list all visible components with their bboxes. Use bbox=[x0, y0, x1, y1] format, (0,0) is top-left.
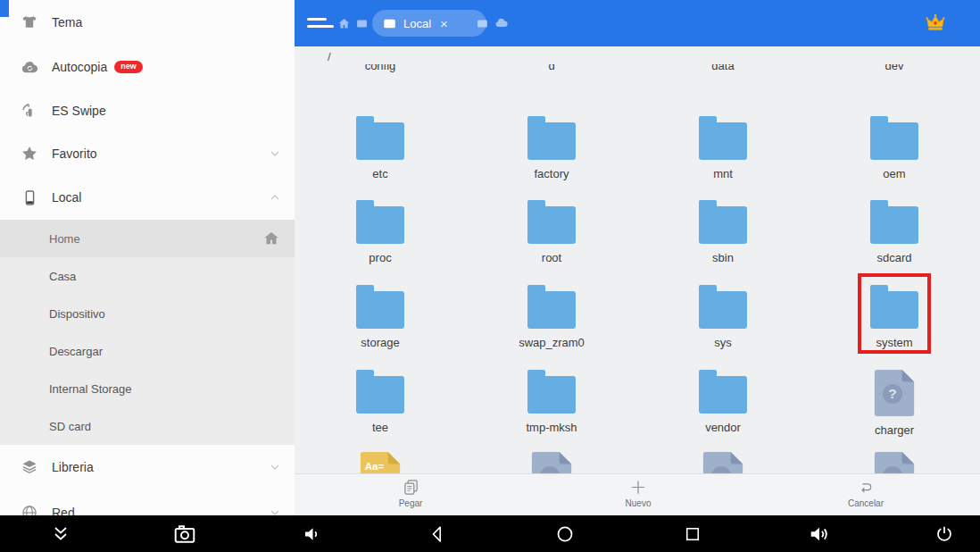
cloud-tab-icon[interactable] bbox=[494, 0, 509, 46]
sidebar-item-casa[interactable]: Casa bbox=[0, 257, 295, 295]
sidebar-item-libreria[interactable]: Libreria bbox=[0, 445, 295, 489]
menu-icon[interactable] bbox=[307, 16, 336, 30]
folder-icon bbox=[527, 122, 576, 160]
grid-item-font-file[interactable]: Aa= bbox=[295, 450, 466, 473]
grid-item-label: storage bbox=[361, 336, 399, 349]
grid-item-charger[interactable]: ? charger bbox=[809, 368, 980, 437]
grid-item-factory[interactable]: factory bbox=[466, 114, 637, 180]
grid-item-swap-zram0[interactable]: swap_zram0 bbox=[466, 283, 637, 349]
folder-icon bbox=[699, 376, 747, 414]
undo-arrow-icon bbox=[856, 479, 876, 496]
grid-item-label: oem bbox=[883, 167, 905, 180]
screenshot-camera-icon[interactable] bbox=[173, 523, 196, 546]
topbar: Local × bbox=[295, 0, 980, 46]
unknown-file-icon: ? bbox=[874, 370, 915, 416]
scrolled-row: config d data dev bbox=[295, 64, 980, 77]
paste-button[interactable]: Pegar bbox=[357, 479, 464, 508]
folder-icon bbox=[356, 376, 404, 414]
grid-item-label: etc bbox=[372, 167, 387, 180]
sidebar-subitem-label: Descargar bbox=[49, 345, 103, 358]
sidebar-subitem-label: SD card bbox=[49, 420, 91, 433]
volume-up-icon[interactable] bbox=[809, 523, 832, 546]
cloud-sync-icon bbox=[20, 57, 39, 77]
hide-bar-icon[interactable] bbox=[50, 523, 71, 545]
crown-premium-icon[interactable] bbox=[925, 13, 946, 34]
sidebar-item-sd-card[interactable]: SD card bbox=[0, 407, 295, 445]
sidebar-item-favorito[interactable]: Favorito bbox=[0, 132, 295, 175]
grid-item-proc[interactable]: proc bbox=[295, 198, 466, 264]
chevron-up-icon bbox=[268, 190, 282, 205]
paste-icon bbox=[403, 479, 419, 496]
back-icon[interactable] bbox=[428, 524, 447, 544]
sidebar-item-es-swipe[interactable]: ES Swipe bbox=[0, 89, 295, 132]
grid-row: etc factory mnt oem bbox=[295, 114, 980, 180]
grid-item-label: tee bbox=[372, 421, 388, 434]
new-badge: new bbox=[114, 61, 143, 73]
tshirt-icon bbox=[20, 13, 39, 32]
highlight-box bbox=[858, 273, 931, 354]
window-tab-icon[interactable] bbox=[477, 0, 488, 46]
sidebar-item-internal-storage[interactable]: Internal Storage bbox=[0, 370, 295, 407]
grid-item-sdcard[interactable]: sdcard bbox=[809, 198, 980, 264]
grid-item-partial[interactable]: d bbox=[466, 64, 637, 77]
sidebar-item-label: Libreria bbox=[52, 460, 94, 474]
sidebar-item-home[interactable]: Home bbox=[0, 220, 295, 257]
disc-file-icon bbox=[874, 452, 915, 473]
window-tab-icon[interactable] bbox=[356, 0, 368, 46]
grid-item-tmp-mksh[interactable]: tmp-mksh bbox=[466, 368, 637, 437]
sidebar-subitem-label: Casa bbox=[49, 270, 76, 283]
sidebar-item-label: Tema bbox=[52, 15, 82, 29]
sidebar-item-tema[interactable]: Tema bbox=[0, 0, 295, 45]
grid-item-file[interactable] bbox=[809, 450, 980, 473]
new-button[interactable]: Nuevo bbox=[585, 479, 692, 508]
grid-item-partial[interactable]: config bbox=[295, 64, 466, 77]
grid-item-vendor[interactable]: vendor bbox=[637, 368, 809, 437]
disc-file-icon bbox=[702, 452, 743, 473]
grid-item-oem[interactable]: oem bbox=[809, 114, 980, 180]
grid-item-sbin[interactable]: sbin bbox=[637, 198, 809, 264]
sidebar-item-label: Autocopia bbox=[52, 60, 107, 74]
question-glyph: ? bbox=[888, 386, 896, 401]
grid-item-mnt[interactable]: mnt bbox=[637, 114, 809, 180]
active-tab-local[interactable]: Local × bbox=[372, 10, 486, 37]
grid-item-partial[interactable]: dev bbox=[809, 64, 980, 77]
sidebar-item-autocopia[interactable]: Autocopia new bbox=[0, 45, 295, 89]
grid-item-file[interactable] bbox=[466, 450, 637, 473]
grid-item-label: root bbox=[542, 251, 561, 264]
grid-item-label: tmp-mksh bbox=[526, 421, 577, 434]
grid-item-etc[interactable]: etc bbox=[295, 114, 466, 180]
sidebar-item-label: Local bbox=[52, 190, 81, 205]
home-tab-icon[interactable] bbox=[337, 0, 351, 46]
sidebar-subitem-label: Dispositivo bbox=[49, 307, 105, 321]
grid-item-label: mnt bbox=[713, 167, 733, 180]
font-glyph: Aa= bbox=[365, 461, 385, 472]
sidebar-item-label: Favorito bbox=[52, 146, 97, 161]
sidebar-item-local[interactable]: Local bbox=[0, 175, 295, 220]
layers-icon bbox=[20, 457, 39, 477]
sidebar-item-dispositivo[interactable]: Dispositivo bbox=[0, 295, 295, 332]
folder-icon bbox=[699, 122, 747, 160]
file-grid: / config d data dev etc factory mnt o bbox=[295, 46, 980, 473]
grid-item-label: proc bbox=[369, 251, 391, 264]
grid-item-root[interactable]: root bbox=[466, 198, 637, 264]
home-icon bbox=[262, 230, 280, 247]
volume-down-icon[interactable] bbox=[302, 523, 323, 545]
font-file-icon: Aa= bbox=[360, 452, 401, 473]
cancel-button[interactable]: Cancelar bbox=[812, 479, 919, 508]
recents-icon[interactable] bbox=[684, 525, 702, 543]
grid-item-file[interactable] bbox=[637, 450, 809, 473]
corner-artifact bbox=[0, 0, 9, 17]
grid-item-partial[interactable]: data bbox=[637, 64, 809, 77]
folder-icon bbox=[356, 206, 404, 244]
grid-item-label: sdcard bbox=[876, 251, 911, 264]
power-icon[interactable] bbox=[934, 524, 954, 544]
home-circle-icon[interactable] bbox=[555, 524, 575, 544]
window-tab-icon bbox=[383, 17, 396, 30]
close-tab-icon[interactable]: × bbox=[440, 17, 448, 30]
sidebar-item-descargar[interactable]: Descargar bbox=[0, 332, 295, 370]
grid-row-partial: Aa= bbox=[295, 450, 980, 473]
grid-item-sys[interactable]: sys bbox=[637, 283, 809, 349]
current-path: / bbox=[328, 50, 331, 63]
grid-item-tee[interactable]: tee bbox=[295, 368, 466, 437]
grid-item-storage[interactable]: storage bbox=[295, 283, 466, 349]
